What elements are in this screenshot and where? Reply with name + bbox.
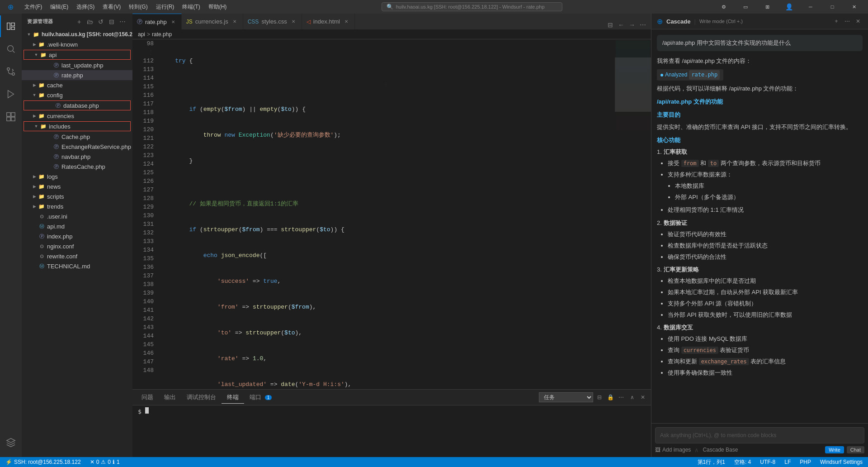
sidebar-item-database[interactable]: Ⓟ database.php [24, 100, 131, 110]
panel-split-btn[interactable]: ⊟ [595, 393, 604, 402]
more-actions-btn[interactable]: ⋯ [118, 17, 127, 26]
sidebar-item-last-update[interactable]: Ⓟ last_update.php [22, 60, 132, 70]
menu-run[interactable]: 运行(R) [152, 2, 178, 12]
status-editor[interactable]: Windsurf Settings [818, 459, 864, 465]
activity-run[interactable] [0, 83, 22, 105]
feature-1-title: 汇率获取 [664, 148, 687, 157]
grid-control[interactable]: ⊞ [757, 0, 778, 14]
ai-input-box[interactable]: Ask anything (Ctrl+L), @ to mention code… [655, 427, 864, 443]
sidebar-item-navbar[interactable]: Ⓟ navbar.php [22, 152, 132, 162]
menu-edit[interactable]: 编辑(E) [47, 2, 72, 12]
activity-source-control[interactable] [0, 61, 22, 82]
status-errors[interactable]: ✕ 0 ⚠ 0 ℹ 1 [88, 459, 122, 465]
sidebar-item-index-php[interactable]: Ⓟ index.php [22, 231, 132, 241]
activity-extensions[interactable] [0, 106, 22, 128]
panel-dropdown[interactable]: 任务 [539, 392, 593, 402]
refresh-btn[interactable]: ↺ [96, 17, 105, 26]
minimize-control[interactable]: ─ [800, 0, 821, 14]
code-content[interactable]: try { ⋮ if (empty($from) || empty($to)) … [157, 39, 615, 389]
status-cursor[interactable]: 第1行，列1 [696, 458, 727, 466]
tab-index-html[interactable]: ◁ index.html ✕ [302, 14, 355, 29]
tab-rate-label: rate.php [145, 19, 167, 25]
menu-view[interactable]: 查看(V) [99, 2, 124, 12]
panel-tab-ports[interactable]: 端口 1 [244, 391, 277, 403]
activity-explorer[interactable] [0, 15, 22, 37]
sidebar-item-api[interactable]: ▼ 📁 api [24, 50, 131, 60]
breadcrumb-file[interactable]: rate.php [152, 31, 172, 38]
avatar-control[interactable]: 👤 [778, 0, 799, 14]
chevron-right-icon: ▶ [31, 183, 38, 190]
menu-goto[interactable]: 转到(G) [125, 2, 151, 12]
add-images-btn[interactable]: 🖼 Add images [655, 447, 691, 453]
new-folder-btn[interactable]: 🗁 [85, 17, 94, 26]
panel-up-btn[interactable]: ∧ [627, 393, 637, 402]
forward-btn[interactable]: → [627, 20, 637, 29]
tab-rate-php[interactable]: Ⓟ rate.php ✕ [132, 14, 182, 29]
layout-control[interactable]: ▭ [735, 0, 756, 14]
chat-mode-badge[interactable]: Chat [847, 446, 864, 453]
sidebar-item-user-ini[interactable]: ⊙ .user.ini [22, 211, 132, 221]
sidebar-item-nginx-conf[interactable]: ⊙ nginx.conf [22, 241, 132, 251]
cursor-position: 第1行，列1 [698, 458, 725, 466]
new-file-btn[interactable]: + [75, 17, 84, 26]
status-ssh[interactable]: ⚡ SSH: root@156.225.18.122 [4, 459, 83, 465]
status-encoding[interactable]: UTF-8 [758, 459, 777, 465]
panel-more-btn[interactable]: ⋯ [617, 393, 626, 402]
tab-close-btn[interactable]: ✕ [343, 18, 350, 25]
line-numbers: 98 ⋮ 112 113 114 115 116 117 118 119 120… [132, 39, 157, 389]
titlebar-search-box[interactable]: 🔍 huilv.haoai.us.kg [SSH: root@156.225.1… [382, 2, 562, 11]
add-chat-btn[interactable]: + [832, 17, 841, 26]
close-ai-btn[interactable]: ✕ [854, 17, 863, 26]
more-btn[interactable]: ⋯ [843, 17, 852, 26]
menu-file[interactable]: 文件(F) [21, 2, 46, 12]
status-spaces[interactable]: 空格: 4 [732, 458, 753, 466]
maximize-control[interactable]: □ [822, 0, 843, 14]
config-label: config [47, 92, 63, 99]
write-mode-badge[interactable]: Write [825, 446, 844, 453]
sidebar-item-well-known[interactable]: ▶ 📁 .well-known [22, 39, 132, 49]
panel-tab-terminal[interactable]: 终端 [222, 391, 244, 404]
collapse-all-btn[interactable]: ⊟ [107, 17, 116, 26]
back-btn[interactable]: ← [617, 20, 626, 29]
menu-select[interactable]: 选择(S) [73, 2, 98, 12]
menu-terminal[interactable]: 终端(T) [179, 2, 203, 12]
sidebar-item-scripts[interactable]: ▶ 📁 scripts [22, 191, 132, 201]
tab-currencies-js[interactable]: JS currencies.js ✕ [182, 14, 243, 29]
sidebar-item-cache-php[interactable]: Ⓟ Cache.php [22, 132, 132, 142]
sidebar-item-includes[interactable]: ▼ 📁 includes [24, 121, 131, 131]
sidebar-root[interactable]: ▼ 📁 huilv.haoai.us.kg [SSH: root@156.225… [22, 29, 132, 39]
panel-content[interactable]: $ [132, 405, 651, 457]
sidebar-item-rates-cache[interactable]: Ⓟ RatesCache.php [22, 162, 132, 172]
panel-close-btn[interactable]: ✕ [638, 393, 647, 402]
tab-styles-css[interactable]: CSS styles.css ✕ [243, 14, 302, 29]
sidebar-item-rewrite-conf[interactable]: ⊙ rewrite.conf [22, 251, 132, 261]
panel-tab-output[interactable]: 输出 [159, 391, 181, 403]
sidebar-item-technical-md[interactable]: Ⓜ TECHNICAL.md [22, 261, 132, 271]
sidebar-item-cache[interactable]: ▶ 📁 cache [22, 80, 132, 90]
panel-lock-btn[interactable]: 🔒 [606, 393, 615, 402]
settings-control[interactable]: ⚙ [713, 0, 734, 14]
close-control[interactable]: ✕ [844, 0, 864, 14]
more-tabs-btn[interactable]: ⋯ [638, 20, 647, 29]
tab-close-btn[interactable]: ✕ [231, 18, 238, 25]
tab-close-btn[interactable]: ✕ [170, 18, 177, 25]
split-editor-btn[interactable]: ⊟ [606, 20, 615, 29]
status-language[interactable]: PHP [798, 459, 813, 465]
status-line-ending[interactable]: LF [783, 459, 793, 465]
panel-tab-problems[interactable]: 问题 [136, 391, 159, 403]
activity-cascade[interactable] [0, 432, 22, 453]
sidebar-item-logs[interactable]: ▶ 📁 logs [22, 172, 132, 181]
sidebar-item-rate[interactable]: Ⓟ rate.php [22, 70, 132, 80]
sidebar-item-news[interactable]: ▶ 📁 news [22, 181, 132, 191]
minimap-slider[interactable] [615, 57, 651, 112]
sidebar-item-exchange[interactable]: Ⓟ ExchangeRateService.php [22, 142, 132, 152]
tab-close-btn[interactable]: ✕ [290, 18, 297, 25]
sidebar-item-currencies[interactable]: ▶ 📁 currencies [22, 111, 132, 121]
sidebar-item-api-md[interactable]: Ⓜ api.md [22, 221, 132, 231]
menu-help[interactable]: 帮助(H) [205, 2, 231, 12]
breadcrumb-api[interactable]: api [138, 31, 145, 38]
activity-search[interactable] [0, 38, 22, 60]
sidebar-item-trends[interactable]: ▶ 📁 trends [22, 201, 132, 211]
sidebar-item-config[interactable]: ▼ 📁 config [22, 90, 132, 100]
panel-tab-debug[interactable]: 调试控制台 [181, 391, 222, 403]
